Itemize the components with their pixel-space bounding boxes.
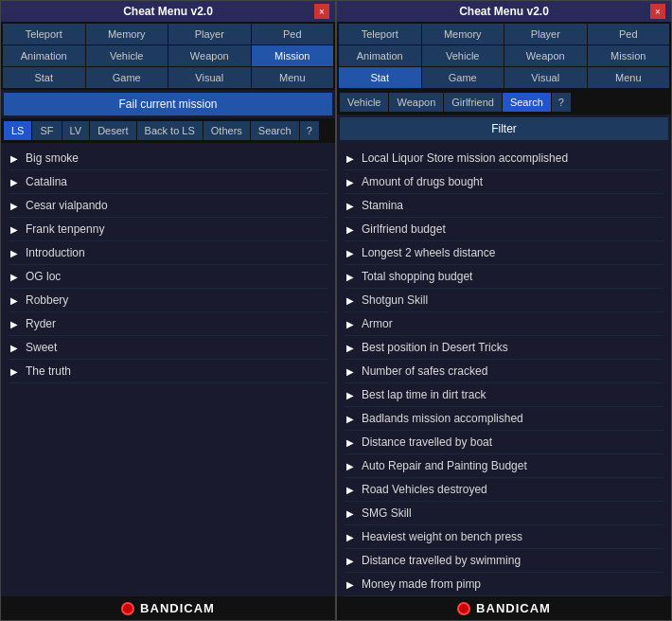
left-nav-menu[interactable]: Menu [252, 67, 334, 88]
left-nav-game[interactable]: Game [86, 67, 168, 88]
list-item[interactable]: ▶The truth [9, 360, 327, 383]
right-tab-girlfriend[interactable]: Girlfriend [444, 93, 502, 112]
right-title: Cheat Menu v2.0 [345, 5, 663, 18]
left-action-bar[interactable]: Fail current mission [4, 93, 332, 115]
left-tab-sf[interactable]: SF [32, 121, 61, 140]
left-panel: Cheat Menu v2.0 × Teleport Memory Player… [0, 0, 336, 621]
arrow-icon: ▶ [346, 437, 354, 448]
arrow-icon: ▶ [346, 579, 354, 590]
right-close-button[interactable]: × [650, 4, 665, 19]
list-item[interactable]: ▶Robbery [9, 289, 327, 312]
list-item[interactable]: ▶Sweet [9, 336, 327, 360]
left-tab-back-to-ls[interactable]: Back to LS [137, 121, 203, 140]
left-nav-teleport[interactable]: Teleport [3, 24, 85, 44]
list-item[interactable]: ▶Local Liquor Store mission accomplished [345, 147, 663, 170]
right-nav-grid: Teleport Memory Player Ped Animation Veh… [337, 22, 671, 90]
arrow-icon: ▶ [10, 248, 18, 258]
right-nav-game[interactable]: Game [422, 67, 504, 88]
right-bandicam-dot [457, 602, 470, 615]
list-item[interactable]: ▶Heaviest weight on bench press [345, 525, 663, 549]
left-tab-lv[interactable]: LV [62, 121, 90, 140]
arrow-icon: ▶ [346, 153, 354, 164]
list-item[interactable]: ▶OG loc [9, 265, 327, 289]
right-tab-search[interactable]: Search [503, 93, 551, 112]
arrow-icon: ▶ [346, 532, 354, 542]
left-bandicam-bar: BANDICAM [1, 596, 335, 620]
list-item[interactable]: ▶Girlfriend budget [345, 218, 663, 241]
right-tab-weapon[interactable]: Weapon [389, 93, 443, 112]
list-item[interactable]: ▶Introduction [9, 241, 327, 265]
arrow-icon: ▶ [346, 201, 354, 211]
right-tab-question[interactable]: ? [552, 93, 571, 112]
list-item[interactable]: ▶SMG Skill [345, 502, 663, 525]
right-nav-mission[interactable]: Mission [588, 45, 670, 66]
right-nav-teleport[interactable]: Teleport [339, 24, 421, 44]
left-nav-ped[interactable]: Ped [252, 24, 334, 44]
arrow-icon: ▶ [10, 201, 18, 211]
list-item[interactable]: ▶Badlands mission accomplished [345, 407, 663, 431]
list-item[interactable]: ▶Amount of drugs bought [345, 170, 663, 194]
list-item[interactable]: ▶Frank tenpenny [9, 218, 327, 241]
list-item[interactable]: ▶Shotgun Skill [345, 289, 663, 312]
left-tab-search[interactable]: Search [251, 121, 299, 140]
left-nav-vehicle[interactable]: Vehicle [86, 45, 168, 66]
right-nav-stat[interactable]: Stat [339, 67, 421, 88]
arrow-icon: ▶ [10, 319, 18, 329]
list-item[interactable]: ▶Money made from pimp [345, 573, 663, 596]
right-bandicam-bar: BANDICAM [337, 596, 671, 620]
right-panel: Cheat Menu v2.0 × Teleport Memory Player… [336, 0, 672, 621]
arrow-icon: ▶ [10, 366, 18, 377]
left-nav-player[interactable]: Player [168, 24, 251, 44]
arrow-icon: ▶ [346, 414, 354, 424]
left-list-area: ▶Big smoke ▶Catalina ▶Cesar vialpando ▶F… [1, 143, 335, 596]
right-tab-vehicle[interactable]: Vehicle [340, 93, 388, 112]
list-item[interactable]: ▶Cesar vialpando [9, 194, 327, 218]
right-nav-visual[interactable]: Visual [504, 67, 587, 88]
left-tab-others[interactable]: Others [203, 121, 250, 140]
right-list-area: ▶Local Liquor Store mission accomplished… [337, 143, 671, 596]
list-item[interactable]: ▶Best position in Desert Tricks [345, 336, 663, 360]
right-nav-animation[interactable]: Animation [339, 45, 421, 66]
right-nav-player[interactable]: Player [504, 24, 587, 44]
arrow-icon: ▶ [346, 272, 354, 282]
right-nav-memory[interactable]: Memory [422, 24, 504, 44]
right-nav-vehicle[interactable]: Vehicle [422, 45, 504, 66]
list-item[interactable]: ▶Number of safes cracked [345, 360, 663, 383]
list-item[interactable]: ▶Distance travelled by boat [345, 431, 663, 454]
left-nav-stat[interactable]: Stat [3, 67, 85, 88]
list-item[interactable]: ▶Catalina [9, 170, 327, 194]
arrow-icon: ▶ [10, 224, 18, 235]
list-item[interactable]: ▶Total shopping budget [345, 265, 663, 289]
left-nav-animation[interactable]: Animation [3, 45, 85, 66]
right-nav-menu[interactable]: Menu [588, 67, 670, 88]
left-bandicam-dot [121, 602, 134, 615]
arrow-icon: ▶ [10, 272, 18, 282]
right-nav-ped[interactable]: Ped [588, 24, 670, 44]
arrow-icon: ▶ [10, 343, 18, 353]
left-tab-question[interactable]: ? [300, 121, 319, 140]
left-tab-desert[interactable]: Desert [90, 121, 135, 140]
left-close-button[interactable]: × [314, 4, 329, 19]
arrow-icon: ▶ [346, 224, 354, 235]
list-item[interactable]: ▶Stamina [345, 194, 663, 218]
list-item[interactable]: ▶Armor [345, 312, 663, 336]
right-nav-weapon[interactable]: Weapon [504, 45, 587, 66]
list-item[interactable]: ▶Ryder [9, 312, 327, 336]
left-tab-ls[interactable]: LS [4, 121, 31, 140]
arrow-icon: ▶ [10, 295, 18, 306]
right-bandicam-text: BANDICAM [476, 601, 551, 615]
left-title-bar: Cheat Menu v2.0 × [1, 1, 335, 22]
left-nav-weapon[interactable]: Weapon [168, 45, 251, 66]
list-item[interactable]: ▶Auto Repair and Painting Budget [345, 454, 663, 478]
left-nav-mission[interactable]: Mission [252, 45, 334, 66]
left-nav-grid: Teleport Memory Player Ped Animation Veh… [1, 22, 335, 90]
list-item[interactable]: ▶Big smoke [9, 147, 327, 170]
list-item[interactable]: ▶Road Vehicles destroyed [345, 478, 663, 502]
left-nav-memory[interactable]: Memory [86, 24, 168, 44]
arrow-icon: ▶ [10, 153, 18, 164]
list-item[interactable]: ▶Best lap time in dirt track [345, 383, 663, 407]
list-item[interactable]: ▶Distance travelled by swimming [345, 549, 663, 573]
arrow-icon: ▶ [346, 485, 354, 495]
list-item[interactable]: ▶Longest 2 wheels distance [345, 241, 663, 265]
left-nav-visual[interactable]: Visual [168, 67, 251, 88]
